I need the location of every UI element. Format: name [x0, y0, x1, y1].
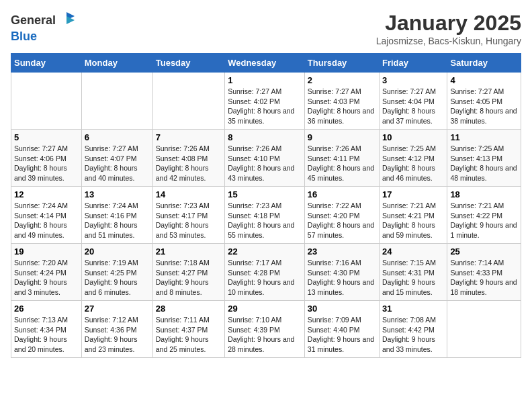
day-number: 9	[308, 132, 376, 142]
day-info: Sunrise: 7:22 AM Sunset: 4:20 PM Dayligh…	[308, 201, 376, 240]
calendar-cell	[447, 301, 521, 358]
calendar-cell: 31Sunrise: 7:08 AM Sunset: 4:42 PM Dayli…	[380, 301, 447, 358]
day-info: Sunrise: 7:12 AM Sunset: 4:36 PM Dayligh…	[85, 315, 150, 355]
day-of-week-header: Saturday	[447, 54, 521, 73]
calendar-cell	[81, 73, 152, 130]
calendar-cell: 18Sunrise: 7:21 AM Sunset: 4:22 PM Dayli…	[447, 187, 521, 244]
day-number: 26	[14, 304, 79, 314]
day-of-week-header: Wednesday	[225, 54, 305, 73]
calendar-cell: 8Sunrise: 7:26 AM Sunset: 4:10 PM Daylig…	[225, 130, 305, 187]
day-info: Sunrise: 7:09 AM Sunset: 4:40 PM Dayligh…	[308, 315, 376, 355]
day-number: 2	[308, 75, 376, 85]
calendar-cell	[11, 73, 82, 130]
day-info: Sunrise: 7:25 AM Sunset: 4:12 PM Dayligh…	[382, 144, 444, 183]
logo-flag-icon	[57, 11, 76, 30]
calendar-cell: 22Sunrise: 7:17 AM Sunset: 4:28 PM Dayli…	[225, 244, 305, 301]
calendar-title: January 2025	[376, 11, 521, 36]
calendar-cell: 20Sunrise: 7:19 AM Sunset: 4:25 PM Dayli…	[81, 244, 152, 301]
day-number: 17	[382, 189, 444, 199]
calendar-cell: 7Sunrise: 7:26 AM Sunset: 4:08 PM Daylig…	[152, 130, 224, 187]
day-info: Sunrise: 7:17 AM Sunset: 4:28 PM Dayligh…	[228, 258, 302, 298]
day-info: Sunrise: 7:23 AM Sunset: 4:18 PM Dayligh…	[228, 201, 302, 240]
day-info: Sunrise: 7:27 AM Sunset: 4:05 PM Dayligh…	[450, 87, 518, 126]
calendar-cell: 9Sunrise: 7:26 AM Sunset: 4:11 PM Daylig…	[304, 130, 379, 187]
calendar-cell: 4Sunrise: 7:27 AM Sunset: 4:05 PM Daylig…	[447, 73, 521, 130]
day-number: 31	[382, 304, 444, 314]
day-of-week-header: Sunday	[11, 54, 82, 73]
calendar-cell: 30Sunrise: 7:09 AM Sunset: 4:40 PM Dayli…	[304, 301, 379, 358]
day-number: 5	[14, 132, 79, 142]
day-info: Sunrise: 7:21 AM Sunset: 4:21 PM Dayligh…	[382, 201, 444, 240]
calendar-cell: 10Sunrise: 7:25 AM Sunset: 4:12 PM Dayli…	[380, 130, 447, 187]
day-info: Sunrise: 7:26 AM Sunset: 4:08 PM Dayligh…	[156, 144, 222, 183]
day-info: Sunrise: 7:19 AM Sunset: 4:25 PM Dayligh…	[85, 258, 150, 298]
calendar-cell: 11Sunrise: 7:25 AM Sunset: 4:13 PM Dayli…	[447, 130, 521, 187]
day-number: 23	[308, 246, 376, 257]
day-info: Sunrise: 7:15 AM Sunset: 4:31 PM Dayligh…	[382, 258, 444, 298]
calendar-cell	[152, 73, 224, 130]
calendar-cell: 24Sunrise: 7:15 AM Sunset: 4:31 PM Dayli…	[380, 244, 447, 301]
day-info: Sunrise: 7:24 AM Sunset: 4:14 PM Dayligh…	[14, 201, 79, 240]
day-number: 7	[156, 132, 222, 142]
day-number: 21	[156, 246, 222, 257]
calendar-cell: 19Sunrise: 7:20 AM Sunset: 4:24 PM Dayli…	[11, 244, 82, 301]
calendar-cell: 29Sunrise: 7:10 AM Sunset: 4:39 PM Dayli…	[225, 301, 305, 358]
day-number: 16	[308, 189, 376, 199]
calendar-cell: 28Sunrise: 7:11 AM Sunset: 4:37 PM Dayli…	[152, 301, 224, 358]
logo-general: General	[11, 13, 56, 28]
day-info: Sunrise: 7:27 AM Sunset: 4:02 PM Dayligh…	[228, 87, 302, 126]
calendar-cell: 26Sunrise: 7:13 AM Sunset: 4:34 PM Dayli…	[11, 301, 82, 358]
day-info: Sunrise: 7:27 AM Sunset: 4:07 PM Dayligh…	[85, 144, 150, 183]
day-of-week-header: Thursday	[304, 54, 379, 73]
day-info: Sunrise: 7:10 AM Sunset: 4:39 PM Dayligh…	[228, 315, 302, 355]
day-info: Sunrise: 7:11 AM Sunset: 4:37 PM Dayligh…	[156, 315, 222, 355]
day-number: 12	[14, 189, 79, 199]
day-info: Sunrise: 7:23 AM Sunset: 4:17 PM Dayligh…	[156, 201, 222, 240]
calendar-cell: 17Sunrise: 7:21 AM Sunset: 4:21 PM Dayli…	[380, 187, 447, 244]
day-number: 18	[450, 189, 518, 199]
day-number: 6	[85, 132, 150, 142]
title-block: January 2025 Lajosmizse, Bacs-Kiskun, Hu…	[376, 11, 521, 46]
calendar-subtitle: Lajosmizse, Bacs-Kiskun, Hungary	[376, 36, 521, 46]
logo-blue: Blue	[11, 30, 37, 43]
calendar-cell: 23Sunrise: 7:16 AM Sunset: 4:30 PM Dayli…	[304, 244, 379, 301]
calendar-cell: 13Sunrise: 7:24 AM Sunset: 4:16 PM Dayli…	[81, 187, 152, 244]
day-number: 24	[382, 246, 444, 257]
day-number: 28	[156, 304, 222, 314]
day-info: Sunrise: 7:25 AM Sunset: 4:13 PM Dayligh…	[450, 144, 518, 183]
day-info: Sunrise: 7:14 AM Sunset: 4:33 PM Dayligh…	[450, 258, 518, 298]
calendar-cell: 27Sunrise: 7:12 AM Sunset: 4:36 PM Dayli…	[81, 301, 152, 358]
day-info: Sunrise: 7:13 AM Sunset: 4:34 PM Dayligh…	[14, 315, 79, 355]
calendar-cell: 14Sunrise: 7:23 AM Sunset: 4:17 PM Dayli…	[152, 187, 224, 244]
day-info: Sunrise: 7:08 AM Sunset: 4:42 PM Dayligh…	[382, 315, 444, 355]
day-number: 27	[85, 304, 150, 314]
day-number: 15	[228, 189, 302, 199]
day-of-week-header: Tuesday	[152, 54, 224, 73]
calendar-cell: 12Sunrise: 7:24 AM Sunset: 4:14 PM Dayli…	[11, 187, 82, 244]
day-number: 3	[382, 75, 444, 85]
day-number: 25	[450, 246, 518, 257]
day-info: Sunrise: 7:21 AM Sunset: 4:22 PM Dayligh…	[450, 201, 518, 240]
day-number: 19	[14, 246, 79, 257]
day-info: Sunrise: 7:18 AM Sunset: 4:27 PM Dayligh…	[156, 258, 222, 298]
day-number: 30	[308, 304, 376, 314]
day-number: 8	[228, 132, 302, 142]
calendar-cell: 16Sunrise: 7:22 AM Sunset: 4:20 PM Dayli…	[304, 187, 379, 244]
day-info: Sunrise: 7:26 AM Sunset: 4:10 PM Dayligh…	[228, 144, 302, 183]
day-number: 1	[228, 75, 302, 85]
day-info: Sunrise: 7:27 AM Sunset: 4:06 PM Dayligh…	[14, 144, 79, 183]
day-info: Sunrise: 7:27 AM Sunset: 4:04 PM Dayligh…	[382, 87, 444, 126]
page-header: General Blue January 2025 Lajosmizse, Ba…	[11, 11, 521, 46]
day-info: Sunrise: 7:16 AM Sunset: 4:30 PM Dayligh…	[308, 258, 376, 298]
day-info: Sunrise: 7:26 AM Sunset: 4:11 PM Dayligh…	[308, 144, 376, 183]
day-number: 29	[228, 304, 302, 314]
calendar-cell: 2Sunrise: 7:27 AM Sunset: 4:03 PM Daylig…	[304, 73, 379, 130]
calendar-cell: 1Sunrise: 7:27 AM Sunset: 4:02 PM Daylig…	[225, 73, 305, 130]
day-number: 14	[156, 189, 222, 199]
calendar-cell: 15Sunrise: 7:23 AM Sunset: 4:18 PM Dayli…	[225, 187, 305, 244]
day-info: Sunrise: 7:20 AM Sunset: 4:24 PM Dayligh…	[14, 258, 79, 298]
day-number: 20	[85, 246, 150, 257]
day-number: 11	[450, 132, 518, 142]
calendar-table: SundayMondayTuesdayWednesdayThursdayFrid…	[11, 53, 521, 358]
day-of-week-header: Monday	[81, 54, 152, 73]
